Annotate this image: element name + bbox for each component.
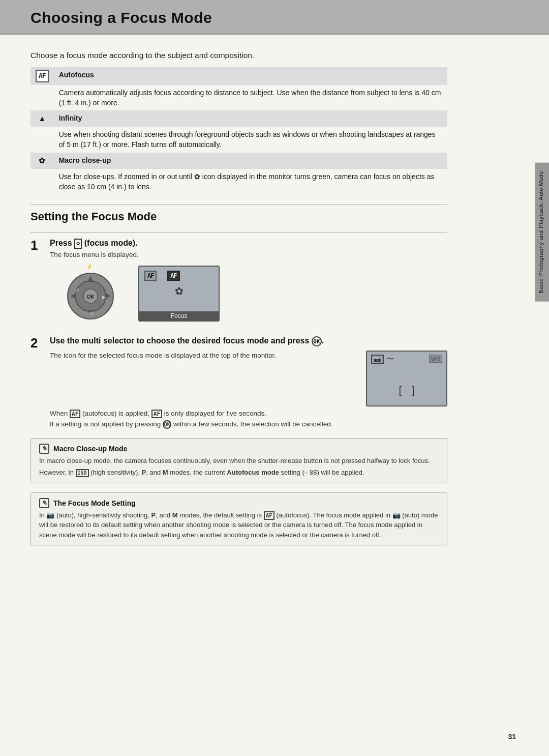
divider2 (30, 232, 447, 233)
af-icon-menu: AF (144, 271, 157, 281)
divider (30, 205, 447, 205)
focus-mode-icon: ✿ (74, 239, 82, 249)
page-title: Choosing a Focus Mode (30, 9, 518, 26)
svg-text:OK: OK (87, 294, 95, 300)
autofocus-header-row: AF Autofocus (30, 67, 447, 85)
svg-text:↺: ↺ (75, 288, 79, 293)
macro-header-row: ✿ Macro close-up (30, 153, 447, 169)
ok-symbol-inline: OK (163, 420, 171, 429)
af-inline-icon2: AF (151, 410, 162, 418)
main-content: Choose a focus mode according to the sub… (0, 35, 478, 570)
af-selected-icon: AF (167, 271, 179, 281)
page-header: Choosing a Focus Mode (0, 0, 549, 35)
step-2-text-col: The icon for the selected focus mode is … (50, 351, 359, 359)
intro-text: Choose a focus mode according to the sub… (30, 51, 447, 60)
focus-menu-icons: AF › AF (139, 267, 219, 282)
focus-label: Focus (139, 311, 219, 321)
focus-menu-macro-row: ✿ (139, 282, 219, 298)
af-inline-icon: AF (70, 410, 80, 418)
macro-note-text2: However, in ISO (high sensitivity), P, a… (39, 468, 439, 478)
macro-icon: ✿ (30, 153, 54, 169)
step-2-title: Use the multi selector to choose the des… (50, 336, 447, 346)
infinity-header-row: ▲ Infinity (30, 110, 447, 127)
macro-note-box: ✎ Macro Close-up Mode In macro close-up … (30, 438, 447, 483)
af-note-icon: AF (264, 511, 274, 520)
autofocus-label: Autofocus (54, 67, 447, 85)
step-1-sub: The focus menu is displayed. (50, 251, 447, 258)
infinity-icon: ▲ (30, 110, 54, 127)
side-tab: Basic Photography and Playback: Auto Mod… (535, 163, 549, 302)
svg-text:⚡: ⚡ (86, 263, 93, 270)
screen-bracket: [ ] (399, 385, 414, 396)
step-2-images: The icon for the selected focus mode is … (50, 351, 447, 406)
step-1-number: 1 (30, 238, 47, 253)
step-2: 2 Use the multi selector to choose the d… (30, 336, 447, 429)
ok-symbol: OK (312, 336, 322, 346)
page: Choosing a Focus Mode Choose a focus mod… (0, 0, 549, 756)
infinity-desc-row: Use when shooting distant scenes through… (30, 127, 447, 153)
step-2-desc1: The icon for the selected focus mode is … (50, 352, 359, 359)
focus-note-title: ✎ The Focus Mode Setting (39, 498, 439, 508)
camera-diagram: ⚡ OK (50, 260, 131, 327)
screen-wave-icon: 〜 (387, 355, 394, 364)
autofocus-description: Camera automatically adjusts focus accor… (54, 85, 447, 111)
focus-menu-screen: AF › AF ✿ Focus (138, 266, 220, 322)
step-2-content: Use the multi selector to choose the des… (50, 336, 447, 429)
iso-icon-inline: ISO (76, 469, 89, 477)
step-1-title: Press ✿ (focus mode). (50, 238, 447, 249)
note-icon-macro: ✎ (39, 444, 49, 454)
note-icon-focus: ✎ (39, 498, 49, 508)
step-1: 1 Press ✿ (focus mode). The focus menu i… (30, 238, 447, 327)
step-1-images: ⚡ OK (50, 260, 447, 327)
mode-table: AF Autofocus Camera automatically adjust… (30, 67, 447, 194)
screen-wr-label: WR (429, 355, 442, 363)
macro-icon-menu: ✿ (175, 285, 184, 297)
macro-note-text1: In macro close-up mode, the camera focus… (39, 456, 439, 466)
step-2-desc3: If a setting is not applied by pressing … (50, 420, 447, 429)
step-2-desc2: When AF (autofocus) is applied, AF is on… (50, 410, 447, 418)
setting-section-title: Setting the Focus Mode (30, 210, 447, 223)
macro-desc-row: Use for close-ups. If zoomed in or out u… (30, 169, 447, 195)
macro-note-title: ✎ Macro Close-up Mode (39, 444, 439, 454)
step-2-number: 2 (30, 336, 47, 351)
focus-note-box: ✎ The Focus Mode Setting In 📷 (auto), hi… (30, 492, 447, 546)
autofocus-icon: AF (30, 67, 54, 85)
autofocus-desc-row: Camera automatically adjusts focus accor… (30, 85, 447, 111)
step-2-screen: 📷 〜 WR [ ] (366, 351, 447, 406)
page-number: 31 (508, 733, 516, 741)
macro-label: Macro close-up (54, 153, 447, 169)
svg-text:▶: ▶ (102, 295, 106, 300)
focus-note-text: In 📷 (auto), high-sensitivity shooting, … (39, 510, 439, 540)
infinity-description: Use when shooting distant scenes through… (54, 127, 447, 153)
step-1-content: Press ✿ (focus mode). The focus menu is … (50, 238, 447, 327)
infinity-label: Infinity (54, 110, 447, 127)
menu-arrow-right: › (161, 272, 163, 280)
svg-text:✿: ✿ (89, 311, 93, 316)
screen-camera-icon: 📷 (371, 355, 384, 364)
macro-description: Use for close-ups. If zoomed in or out u… (54, 169, 447, 195)
